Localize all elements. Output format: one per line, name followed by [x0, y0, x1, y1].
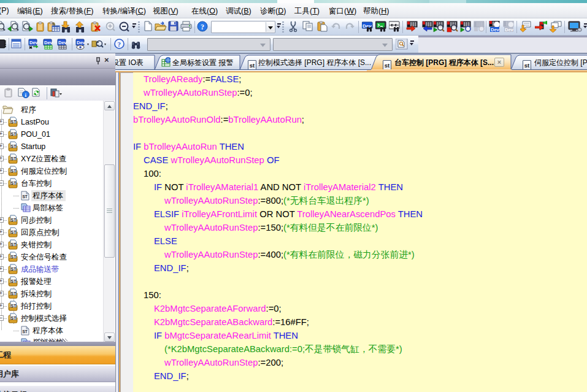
svg-text:Dev: Dev	[491, 27, 500, 33]
svg-text:Dev: Dev	[77, 40, 86, 45]
svg-text:ST: ST	[11, 132, 17, 136]
svg-text:ST: ST	[11, 156, 17, 161]
svg-text:ST: ST	[23, 194, 28, 199]
svg-text:ST: ST	[11, 120, 17, 124]
svg-text:ST: ST	[11, 181, 17, 185]
svg-text:Dev: Dev	[505, 27, 514, 33]
svg-text:Dev: Dev	[44, 40, 53, 45]
svg-text:ST: ST	[11, 144, 17, 148]
svg-text:ST: ST	[11, 255, 17, 259]
svg-text:Dev: Dev	[29, 40, 39, 45]
svg-text:?: ?	[118, 40, 121, 48]
svg-text:ST: ST	[11, 230, 17, 234]
svg-text:ST: ST	[11, 242, 17, 247]
svg-text:ST: ST	[11, 218, 17, 222]
svg-text:ST: ST	[23, 329, 28, 334]
svg-text:ST: ST	[11, 279, 17, 283]
svg-text:ST: ST	[11, 169, 17, 173]
svg-text:?: ?	[201, 23, 204, 31]
svg-text:ST: ST	[11, 316, 17, 320]
svg-text:ST: ST	[11, 304, 17, 308]
svg-text:Dev: Dev	[58, 40, 67, 45]
svg-text:ST: ST	[11, 291, 17, 296]
svg-text:IL: IL	[52, 22, 56, 26]
svg-text:ST: ST	[11, 267, 17, 271]
